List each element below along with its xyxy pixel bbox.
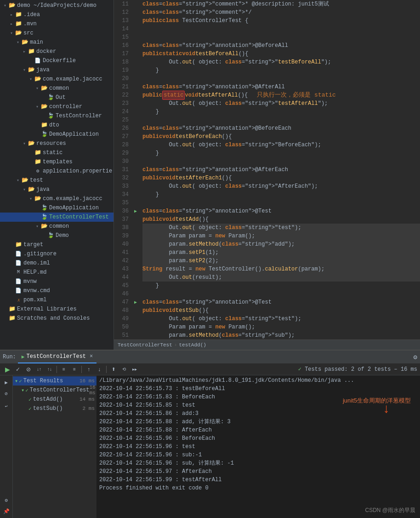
sidebar-item-gitignore[interactable]: 📄.gitignore	[0, 249, 114, 259]
log-line: Process finished with exit code 0	[99, 484, 417, 492]
sidebar-item-com-example[interactable]: ▾📂com.example.jacocc	[0, 75, 114, 84]
line-number: 12	[114, 8, 129, 17]
annotation-text: junit5生命周期的洋葱模型	[343, 397, 411, 405]
expand-arrow[interactable]: ▸	[8, 12, 15, 17]
line-number: 15	[114, 33, 129, 41]
sidebar-item-test[interactable]: ▾📂test	[0, 176, 114, 185]
expand-arrow[interactable]: ▾	[15, 178, 21, 183]
line-number: 24	[114, 108, 129, 116]
line-number: 25	[114, 116, 129, 124]
tree-label: main	[30, 39, 43, 46]
expand-arrow[interactable]: ▾	[28, 76, 34, 82]
coverage-button[interactable]: ▸▸	[130, 365, 139, 374]
sidebar-item-target[interactable]: 📁target	[0, 240, 114, 249]
sidebar-item-help[interactable]: MHELP.md	[0, 268, 114, 277]
side-rerun-btn[interactable]: ↩	[1, 401, 11, 411]
expand-arrow[interactable]: ▾	[21, 187, 28, 192]
test-time: 16 ms	[79, 378, 95, 384]
filter-button[interactable]: ≡	[59, 365, 68, 374]
sidebar-item-demoapplication[interactable]: 🍃DemoApplication	[0, 130, 114, 139]
sidebar-item-static[interactable]: 📁static	[0, 148, 114, 157]
sidebar-item-application[interactable]: ⚙application.propertie	[0, 167, 114, 176]
group-button[interactable]: ≡	[70, 365, 79, 374]
tree-label: controller	[49, 104, 82, 110]
test-method-item[interactable]: ✓testAdd()14 ms	[13, 395, 96, 404]
sidebar-item-mvn[interactable]: ▸📁.mvn	[0, 19, 114, 29]
sidebar-item-templates[interactable]: 📁templates	[0, 157, 114, 167]
tree-label: java	[36, 186, 50, 193]
sidebar-item-com-example2[interactable]: ▾📂com.example.jacocc	[0, 194, 114, 203]
export-button[interactable]: ⬆	[109, 365, 118, 374]
sidebar-item-java[interactable]: ▾📂java	[0, 65, 114, 75]
line-number: 32	[114, 174, 129, 182]
sidebar-item-demo-root[interactable]: ▾📂demo ~/IdeaProjects/demo	[0, 1, 114, 10]
side-settings-btn[interactable]: ⚙	[1, 495, 11, 505]
sidebar-item-testcontrollertest[interactable]: 🍃TestControllerTest	[0, 213, 114, 222]
expand-arrow[interactable]: ▾	[34, 224, 40, 229]
run-tab-testcontrollertest[interactable]: ▶ TestControllerTest ×	[18, 351, 96, 363]
stop-button[interactable]: ⊘	[24, 365, 33, 374]
expand-arrow[interactable]: ▾	[8, 30, 15, 36]
expand-arrow[interactable]: ▾	[21, 67, 28, 73]
file-icon: 📄	[15, 287, 22, 294]
side-stop-btn[interactable]: ⊘	[1, 388, 11, 398]
sidebar-item-idea[interactable]: ▸📁.idea	[0, 10, 114, 19]
sidebar-item-demo-iml[interactable]: 📄demo.iml	[0, 259, 114, 268]
sidebar-item-scratches[interactable]: 📁Scratches and Consoles	[0, 314, 114, 323]
test-tree[interactable]: ▾✓Test Results16 ms▾✓TestControllerTest1…	[13, 375, 96, 518]
sidebar-item-common[interactable]: ▾📂common	[0, 84, 114, 93]
down-button[interactable]: ↓	[95, 365, 104, 374]
expand-arrow[interactable]: ▾	[2, 3, 8, 8]
expand-arrow[interactable]: ▾	[21, 141, 28, 146]
up-button[interactable]: ↑	[84, 365, 93, 374]
history-button[interactable]: ⟲	[119, 365, 129, 374]
sidebar-item-demo-class[interactable]: 🍃Demo	[0, 231, 114, 240]
sidebar-item-src[interactable]: ▾📂src	[0, 29, 114, 38]
sidebar-item-mvnw[interactable]: 📄mvnw	[0, 277, 114, 286]
sidebar-item-docker[interactable]: ▸📁docker	[0, 47, 114, 56]
code-line: }	[142, 66, 420, 75]
arrow-down: ↓	[382, 405, 390, 414]
sort-button[interactable]: ↑↓	[45, 365, 54, 374]
expand-arrow[interactable]: ▸	[21, 49, 28, 54]
sidebar-item-resources[interactable]: ▾📂resources	[0, 139, 114, 148]
sidebar-item-out[interactable]: 🍃Out	[0, 93, 114, 102]
sidebar-item-main[interactable]: ▾📂main	[0, 38, 114, 47]
side-run-btn[interactable]: ▶	[1, 377, 11, 387]
sidebar-item-dockerfile[interactable]: 📄Dockerfile	[0, 56, 114, 65]
test-class-item[interactable]: ▾✓TestControllerTest16 ms	[13, 386, 96, 395]
expand-arrow[interactable]: ▾	[28, 196, 34, 201]
sidebar-item-demoapplication2[interactable]: 🍃DemoApplication	[0, 203, 114, 213]
expand-arrow[interactable]: ▾	[15, 40, 21, 45]
line-number: 34	[114, 190, 129, 199]
tree-label: demo.iml	[23, 260, 50, 266]
expand-arrow[interactable]: ▾	[34, 104, 40, 109]
line-number: 18	[114, 58, 129, 66]
expand-arrow[interactable]: ▸	[8, 21, 15, 27]
separator3	[106, 366, 107, 373]
test-method-item[interactable]: ✓testSub()2 ms	[13, 404, 96, 413]
run-button[interactable]: ▶	[3, 365, 12, 374]
code-line: class=class="string">"comment">* @descri…	[142, 0, 420, 8]
gear-icon[interactable]: ⚙	[414, 353, 417, 361]
sidebar-item-mvnw-cmd[interactable]: 📄mvnw.cmd	[0, 286, 114, 295]
sidebar-item-external-libs[interactable]: 📁External Libraries	[0, 305, 114, 314]
sidebar-item-java2[interactable]: ▾📂java	[0, 185, 114, 194]
close-tab-button[interactable]: ×	[90, 353, 93, 360]
sidebar-item-dto[interactable]: 📁dto	[0, 121, 114, 130]
sidebar-item-controller[interactable]: ▾📂controller	[0, 102, 114, 111]
line-number: 36	[114, 207, 129, 215]
rerun-failed-button[interactable]: ↓↑	[34, 365, 44, 374]
sidebar-item-pom[interactable]: 𝑥pom.xml	[0, 295, 114, 305]
check-button[interactable]: ✓	[13, 365, 23, 374]
sidebar-item-testcontroller[interactable]: 🍃TestController	[0, 111, 114, 121]
test-result-root[interactable]: ▾✓Test Results16 ms	[13, 376, 96, 386]
file-tree-sidebar[interactable]: ▾📂demo ~/IdeaProjects/demo▸📁.idea▸📁.mvn▾…	[0, 0, 114, 350]
sidebar-item-common2[interactable]: ▾📂common	[0, 222, 114, 231]
log-line: 2022-10-14 22:56:15.99 : testAfterAll	[99, 476, 417, 484]
tree-label: mvnw	[23, 278, 37, 285]
expand-arrow[interactable]: ▾	[34, 86, 40, 91]
code-line: Out.out( object: class="string">"test");	[142, 315, 420, 323]
side-pin-btn[interactable]: 📌	[1, 506, 11, 516]
tree-label: Dockerfile	[43, 58, 76, 64]
